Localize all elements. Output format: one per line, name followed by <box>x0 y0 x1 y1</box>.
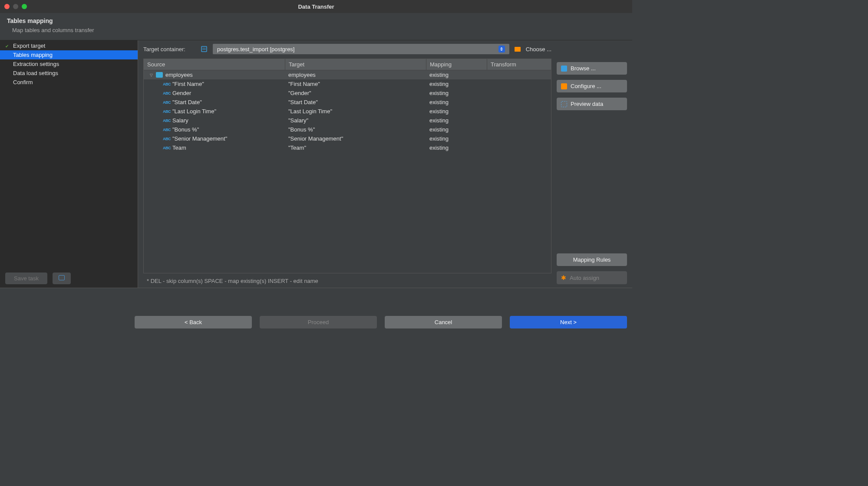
browse-button[interactable]: Browse ... <box>557 62 627 75</box>
transform-value <box>487 89 551 98</box>
target-name: "Senior Management" <box>285 134 426 143</box>
preview-label: Preview data <box>571 101 603 107</box>
target-container-row: Target container: postgres.test_import [… <box>143 44 551 54</box>
configure-button[interactable]: Configure ... <box>557 80 627 92</box>
mapping-value: existing <box>426 107 487 116</box>
table-row[interactable]: ▽employeesemployeesexisting <box>144 70 551 79</box>
mapping-header: Source Target Mapping Transform <box>144 59 551 70</box>
browse-icon <box>561 66 567 72</box>
column-row[interactable]: ABC"Bonus %""Bonus %"existing <box>144 125 551 134</box>
task-icon <box>59 275 65 280</box>
nav-label: Tables mapping <box>13 52 53 58</box>
text-column-icon: ABC <box>163 146 171 150</box>
target-container-label: Target container: <box>143 46 195 53</box>
transform-value <box>487 107 551 116</box>
target-name: "Salary" <box>285 116 426 125</box>
mapping-value: existing <box>426 134 487 143</box>
mapping-value: existing <box>426 70 487 79</box>
mapping-value: existing <box>426 116 487 125</box>
nav-label: Export target <box>13 43 45 49</box>
content-area: Target container: postgres.test_import [… <box>138 40 632 288</box>
text-column-icon: ABC <box>163 100 171 105</box>
right-panel: Browse ... Configure ... Preview data Ma… <box>557 44 627 284</box>
back-button[interactable]: < Back <box>135 316 252 328</box>
mapping-body: ▽employeesemployeesexistingABC"First Nam… <box>144 70 551 273</box>
column-row[interactable]: ABCGender"Gender"existing <box>144 89 551 98</box>
source-name: "Senior Management" <box>172 135 227 142</box>
target-name: "Last Login Time" <box>285 107 426 116</box>
preview-button[interactable]: Preview data <box>557 98 627 110</box>
table-icon <box>156 72 163 78</box>
nav-item-confirm[interactable]: Confirm <box>0 78 138 87</box>
auto-assign-label: Auto assign <box>570 275 599 281</box>
source-name: "Bonus %" <box>172 126 199 133</box>
check-icon: ✔ <box>5 44 9 49</box>
center-panel: Target container: postgres.test_import [… <box>143 44 551 284</box>
mapping-table: Source Target Mapping Transform ▽employe… <box>143 59 551 273</box>
text-column-icon: ABC <box>163 109 171 114</box>
nav-item-extraction-settings[interactable]: Extraction settings <box>0 59 138 69</box>
save-task-icon-button[interactable] <box>53 273 71 284</box>
auto-assign-button[interactable]: ✱ Auto assign <box>557 271 627 284</box>
next-button[interactable]: Next > <box>510 316 627 328</box>
col-header-target[interactable]: Target <box>285 59 426 70</box>
window-controls <box>4 4 27 9</box>
transform-value <box>487 70 551 79</box>
nav-label: Confirm <box>13 79 33 85</box>
nav-item-export-target[interactable]: ✔Export target <box>0 41 138 50</box>
source-name: Team <box>172 144 186 151</box>
source-name: Gender <box>172 90 191 96</box>
column-row[interactable]: ABC"First Name""First Name"existing <box>144 79 551 89</box>
mapping-value: existing <box>426 125 487 134</box>
nav-item-data-load-settings[interactable]: Data load settings <box>0 69 138 78</box>
col-header-transform[interactable]: Transform <box>487 59 551 70</box>
transform-value <box>487 79 551 89</box>
nav-label: Data load settings <box>13 70 58 76</box>
sidebar-footer: Save task <box>0 269 138 288</box>
preview-icon <box>561 101 567 107</box>
page-subtitle: Map tables and columns transfer <box>7 27 625 33</box>
mapping-rules-button[interactable]: Mapping Rules <box>557 253 627 266</box>
column-row[interactable]: ABC"Start Date""Start Date"existing <box>144 98 551 107</box>
target-container-select[interactable]: postgres.test_import [postgres] <box>213 44 509 54</box>
chevron-down-icon[interactable]: ▽ <box>150 73 154 77</box>
maximize-icon[interactable] <box>22 4 27 9</box>
target-name: "First Name" <box>285 79 426 89</box>
text-column-icon: ABC <box>163 137 171 141</box>
col-header-source[interactable]: Source <box>144 59 285 70</box>
column-row[interactable]: ABCSalary"Salary"existing <box>144 116 551 125</box>
configure-label: Configure ... <box>571 83 601 89</box>
window-title: Data Transfer <box>298 3 334 10</box>
text-column-icon: ABC <box>163 91 171 95</box>
proceed-button[interactable]: Proceed <box>260 316 377 328</box>
mapping-value: existing <box>426 89 487 98</box>
cancel-button[interactable]: Cancel <box>385 316 502 328</box>
nav-item-tables-mapping[interactable]: Tables mapping <box>0 50 138 59</box>
mapping-value: existing <box>426 143 487 152</box>
target-name: "Start Date" <box>285 98 426 107</box>
source-name: "Last Login Time" <box>172 108 216 115</box>
target-container-value: postgres.test_import [postgres] <box>217 46 294 53</box>
dropdown-icon[interactable] <box>498 46 505 53</box>
column-row[interactable]: ABC"Last Login Time""Last Login Time"exi… <box>144 107 551 116</box>
keyboard-hint: * DEL - skip column(s) SPACE - map exist… <box>143 273 551 284</box>
choose-button[interactable]: Choose ... <box>526 46 551 53</box>
column-row[interactable]: ABCTeam"Team"existing <box>144 143 551 152</box>
col-header-mapping[interactable]: Mapping <box>426 59 487 70</box>
close-icon[interactable] <box>4 4 10 9</box>
auto-assign-icon: ✱ <box>561 274 566 281</box>
folder-icon <box>515 47 521 52</box>
mapping-rules-label: Mapping Rules <box>573 256 611 263</box>
target-name: "Team" <box>285 143 426 152</box>
text-column-icon: ABC <box>163 118 171 123</box>
column-row[interactable]: ABC"Senior Management""Senior Management… <box>144 134 551 143</box>
configure-icon <box>561 83 567 89</box>
sidebar: ✔Export targetTables mappingExtraction s… <box>0 40 138 288</box>
minimize-icon[interactable] <box>13 4 18 9</box>
titlebar: Data Transfer <box>0 0 632 13</box>
source-name: employees <box>165 72 193 78</box>
mapping-value: existing <box>426 79 487 89</box>
save-task-button[interactable]: Save task <box>5 273 47 284</box>
source-name: Salary <box>172 117 188 124</box>
main-area: ✔Export targetTables mappingExtraction s… <box>0 40 632 288</box>
